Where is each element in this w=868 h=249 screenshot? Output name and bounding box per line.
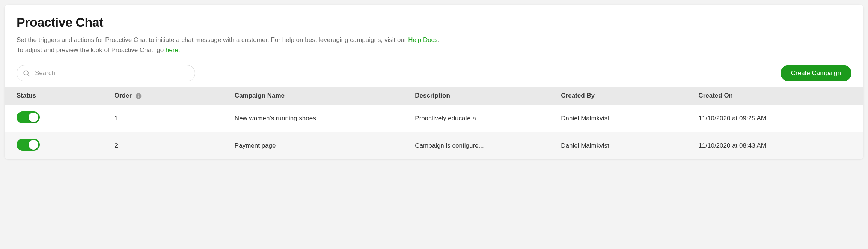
status-toggle[interactable] xyxy=(17,139,40,151)
help-docs-link[interactable]: Help Docs xyxy=(408,36,437,44)
cell-name: Payment page xyxy=(228,132,408,159)
cell-order: 1 xyxy=(108,105,228,132)
col-order: Order xyxy=(108,87,228,105)
col-created-on: Created On xyxy=(692,87,863,105)
campaigns-table: Status Order Campaign Name Description C… xyxy=(5,87,863,159)
col-status: Status xyxy=(5,87,108,105)
cell-description: Campaign is configure... xyxy=(408,132,554,159)
page-description: Set the triggers and actions for Proacti… xyxy=(17,35,851,55)
desc-line2-prefix: To adjust and preview the look of Proact… xyxy=(17,46,166,54)
svg-rect-4 xyxy=(138,94,139,95)
col-order-label: Order xyxy=(115,92,132,99)
main-card: Proactive Chat Set the triggers and acti… xyxy=(5,4,863,159)
cell-status xyxy=(5,105,108,132)
search-wrap xyxy=(17,65,195,81)
cell-created-on: 11/10/2020 at 08:43 AM xyxy=(692,132,863,159)
table-row[interactable]: 1New women's running shoesProactively ed… xyxy=(5,105,863,132)
col-name: Campaign Name xyxy=(228,87,408,105)
table-row[interactable]: 2Payment pageCampaign is configure...Dan… xyxy=(5,132,863,159)
table-header-row: Status Order Campaign Name Description C… xyxy=(5,87,863,105)
card-header: Proactive Chat Set the triggers and acti… xyxy=(5,4,863,62)
desc-line2-suffix: . xyxy=(178,46,180,54)
cell-created-on: 11/10/2020 at 09:25 AM xyxy=(692,105,863,132)
info-icon[interactable] xyxy=(135,93,142,99)
toolbar: Create Campaign xyxy=(5,62,863,87)
col-created-by: Created By xyxy=(554,87,692,105)
desc-line1-prefix: Set the triggers and actions for Proacti… xyxy=(17,36,408,44)
cell-created-by: Daniel Malmkvist xyxy=(554,132,692,159)
here-link[interactable]: here xyxy=(166,46,178,54)
cell-order: 2 xyxy=(108,132,228,159)
status-toggle[interactable] xyxy=(17,111,40,123)
desc-line1-suffix: . xyxy=(438,36,440,44)
col-description: Description xyxy=(408,87,554,105)
cell-created-by: Daniel Malmkvist xyxy=(554,105,692,132)
search-input[interactable] xyxy=(17,65,195,81)
cell-status xyxy=(5,132,108,159)
create-campaign-button[interactable]: Create Campaign xyxy=(781,65,851,81)
cell-description: Proactively educate a... xyxy=(408,105,554,132)
cell-name: New women's running shoes xyxy=(228,105,408,132)
page-title: Proactive Chat xyxy=(17,15,851,30)
svg-rect-3 xyxy=(138,95,139,97)
